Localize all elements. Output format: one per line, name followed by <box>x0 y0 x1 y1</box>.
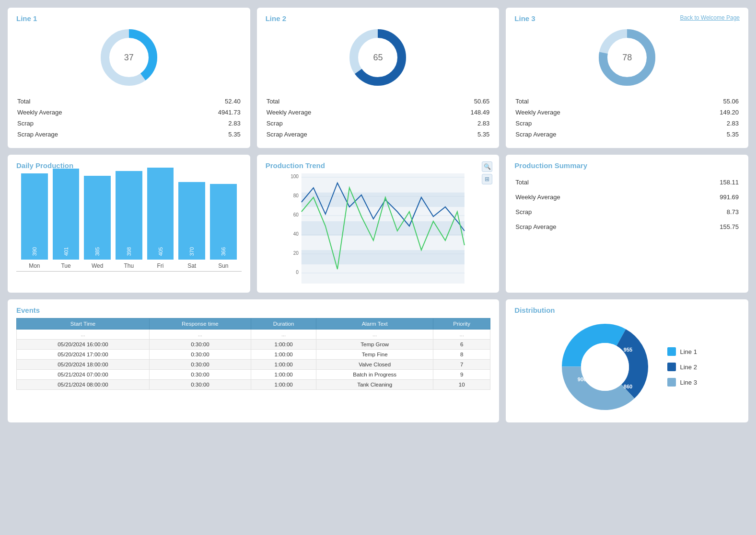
line1-donut-value: 37 <box>124 53 134 63</box>
distribution-title: Distribution <box>514 306 740 314</box>
line2-stats: Total 50.65 Weekly Average 148.49 Scrap … <box>266 95 491 140</box>
event-cell-4-1: 0:30:00 <box>149 380 251 390</box>
line3-total-value: 55.06 <box>673 96 739 106</box>
bar-thu: 398 <box>116 171 142 260</box>
event-cell-2-2: 1:00:00 <box>251 360 316 370</box>
bar-label-thu: Thu <box>124 262 134 269</box>
svg-text:0: 0 <box>296 270 299 275</box>
legend-color-line3 <box>667 378 676 387</box>
ellipsis-cell: ... <box>17 330 150 340</box>
event-cell-0-2: 1:00:00 <box>251 340 316 350</box>
line3-total-label: Total <box>515 96 671 106</box>
svg-point-25 <box>581 343 629 391</box>
ellipsis-cell: ... <box>251 330 316 340</box>
line3-stat-total: Total 55.06 <box>515 96 739 106</box>
line2-donut-row: 65 <box>266 26 491 89</box>
distribution-card: Distribution 955 860 900 <box>506 299 748 422</box>
line1-card: Line 1 37 Total 52.40 Weekly Average 494… <box>8 8 250 148</box>
summary-scrap-value: 8.73 <box>673 205 739 219</box>
back-link[interactable]: Back to Welcome Page <box>680 14 740 21</box>
col-duration: Duration <box>251 319 316 330</box>
line3-scrap-value: 2.83 <box>673 118 739 128</box>
line1-donut: 37 <box>98 26 160 89</box>
line3-scrap-label: Scrap <box>515 118 671 128</box>
col-alarm-text: Alarm Text <box>316 319 433 330</box>
summary-weekly-value: 991.69 <box>673 190 739 204</box>
event-row-2: 05/20/2024 18:00:000:30:001:00:00Valve C… <box>17 360 490 370</box>
event-cell-4-3: Tank Cleaning <box>316 380 433 390</box>
line1-stat-weekly: Weekly Average 4941.73 <box>17 107 241 117</box>
line2-card: Line 2 65 Total 50.65 Weekly Average 148… <box>257 8 500 148</box>
line2-scrap-value: 2.83 <box>423 118 489 128</box>
line1-scrap-value: 2.83 <box>166 118 241 128</box>
summary-stat-weekly: Weekly Average 991.69 <box>515 190 739 204</box>
line3-weekly-label: Weekly Average <box>515 107 671 117</box>
summary-weekly-label: Weekly Average <box>515 190 671 204</box>
event-cell-1-2: 1:00:00 <box>251 350 316 360</box>
line1-donut-row: 37 <box>16 26 242 89</box>
bar-wed: 385 <box>84 176 111 260</box>
bar-value-fri: 405 <box>158 247 163 256</box>
line2-stat-scrap-avg: Scrap Average 5.35 <box>267 129 490 139</box>
svg-text:860: 860 <box>624 384 632 389</box>
line3-weekly-value: 149.20 <box>673 107 739 117</box>
event-cell-2-1: 0:30:00 <box>149 360 251 370</box>
line3-card: Line 3 Back to Welcome Page 78 Total 55.… <box>506 8 748 148</box>
bar-chart: 390Mon401Tue385Wed398Thu405Fri370Sat366S… <box>16 173 242 269</box>
event-cell-0-3: Temp Grow <box>316 340 433 350</box>
line2-scrap-avg-label: Scrap Average <box>267 129 422 139</box>
search-icon[interactable]: 🔍 <box>482 161 492 172</box>
svg-rect-9 <box>301 250 464 264</box>
legend-line1: Line 1 <box>667 347 697 356</box>
production-summary-title: Production Summary <box>514 161 740 170</box>
line1-stat-scrap: Scrap 2.83 <box>17 118 241 128</box>
legend-line3: Line 3 <box>667 378 697 387</box>
legend-line2: Line 2 <box>667 363 697 371</box>
summary-stat-scrap: Scrap 8.73 <box>515 205 739 219</box>
bar-col-wed: 385Wed <box>84 176 111 269</box>
svg-text:20: 20 <box>293 250 299 256</box>
event-cell-4-0: 05/21/2024 08:00:00 <box>17 380 150 390</box>
line3-donut-row: 78 <box>514 26 740 89</box>
event-cell-1-3: Temp Fine <box>316 350 433 360</box>
ellipsis-cell: ... <box>149 330 251 340</box>
bar-label-sat: Sat <box>187 262 196 269</box>
line1-scrap-avg-label: Scrap Average <box>17 129 165 139</box>
event-row-3: 05/21/2024 07:00:000:30:001:00:00Batch i… <box>17 370 490 380</box>
table-icon[interactable]: ⊞ <box>482 174 492 184</box>
line1-stat-total: Total 52.40 <box>17 96 241 106</box>
bar-value-tue: 401 <box>63 247 69 256</box>
event-cell-1-1: 0:30:00 <box>149 350 251 360</box>
bar-value-mon: 390 <box>32 247 37 256</box>
bar-fri: 405 <box>147 168 174 260</box>
legend-label-line2: Line 2 <box>680 364 697 371</box>
events-title: Events <box>16 306 490 314</box>
ellipsis-cell: ... <box>433 330 490 340</box>
production-trend-card: Production Trend 🔍 ⊞ 100 80 60 40 20 0 <box>257 155 500 293</box>
line2-donut-value: 65 <box>373 53 383 63</box>
chart-axis <box>16 271 242 272</box>
line2-stat-scrap: Scrap 2.83 <box>267 118 490 128</box>
summary-stat-scrap-avg: Scrap Average 155.75 <box>515 220 739 234</box>
event-cell-1-4: 8 <box>433 350 490 360</box>
line1-total-value: 52.40 <box>166 96 241 106</box>
bar-col-sat: 370Sat <box>178 182 205 269</box>
bar-value-wed: 385 <box>94 247 100 256</box>
line2-title: Line 2 <box>266 14 491 23</box>
line2-donut: 65 <box>347 26 409 89</box>
daily-production-title: Daily Production <box>16 161 242 170</box>
line2-stat-weekly: Weekly Average 148.49 <box>267 107 490 117</box>
line1-stats: Total 52.40 Weekly Average 4941.73 Scrap… <box>16 95 242 140</box>
bar-value-thu: 398 <box>126 247 132 256</box>
production-summary-card: Production Summary Total 158.11 Weekly A… <box>506 155 748 293</box>
legend-color-line2 <box>667 363 676 371</box>
line3-scrap-avg-value: 5.35 <box>673 129 739 139</box>
events-ellipsis-row: ... ... ... ... ... <box>17 330 490 340</box>
line3-stat-scrap-avg: Scrap Average 5.35 <box>515 129 739 139</box>
event-cell-4-2: 1:00:00 <box>251 380 316 390</box>
ellipsis-cell: ... <box>316 330 433 340</box>
events-table: Start Time Response time Duration Alarm … <box>16 318 490 390</box>
event-cell-3-3: Batch in Progress <box>316 370 433 380</box>
summary-total-label: Total <box>515 175 671 189</box>
bar-col-thu: 398Thu <box>116 171 142 269</box>
